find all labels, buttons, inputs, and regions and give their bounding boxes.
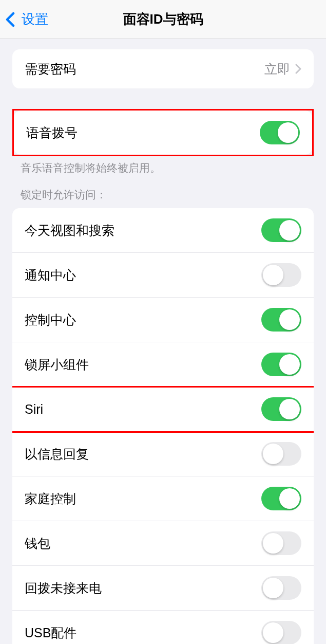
lock-access-toggle[interactable]	[261, 621, 301, 644]
lock-access-label: Siri	[25, 402, 43, 417]
require-passcode-value-text: 立即	[264, 61, 290, 78]
require-passcode-value: 立即	[264, 61, 301, 78]
nav-header: 设置 面容ID与密码	[0, 0, 326, 39]
lock-access-label: 家庭控制	[25, 490, 76, 507]
chevron-left-icon	[5, 12, 15, 27]
lock-access-row: Siri	[12, 387, 314, 432]
back-button[interactable]: 设置	[0, 10, 48, 28]
toggle-knob	[279, 488, 300, 509]
voice-dial-label: 语音拨号	[26, 124, 78, 141]
lock-access-label: 钱包	[25, 535, 50, 552]
lock-access-toggle[interactable]	[261, 442, 301, 466]
toggle-knob	[263, 578, 283, 598]
lock-access-toggle[interactable]	[261, 218, 301, 242]
toggle-knob	[263, 622, 283, 643]
lock-access-section: 今天视图和搜索通知中心控制中心锁屏小组件Siri以信息回复家庭控制钱包回拨未接来…	[12, 208, 314, 644]
toggle-knob	[279, 354, 300, 375]
toggle-knob	[263, 444, 283, 464]
require-passcode-label: 需要密码	[25, 61, 76, 78]
lock-access-toggle[interactable]	[261, 397, 301, 421]
toggle-knob	[278, 122, 298, 143]
lock-access-row: USB配件	[12, 611, 314, 644]
voice-dial-section: 语音拨号	[14, 111, 312, 155]
voice-dial-toggle[interactable]	[260, 121, 300, 144]
lock-access-label: 回拨未接来电	[25, 580, 102, 597]
lock-access-row: 控制中心	[12, 298, 314, 342]
voice-dial-row: 语音拨号	[14, 111, 312, 155]
lock-access-label: 控制中心	[25, 311, 76, 328]
lock-access-row: 以信息回复	[12, 432, 314, 476]
lock-access-label: USB配件	[25, 624, 76, 641]
toggle-knob	[263, 265, 283, 285]
lock-access-toggle[interactable]	[261, 353, 301, 376]
lock-access-row: 家庭控制	[12, 476, 314, 521]
lock-access-toggle[interactable]	[261, 531, 301, 555]
lock-access-toggle[interactable]	[261, 308, 301, 332]
toggle-knob	[263, 533, 283, 554]
lock-access-toggle[interactable]	[261, 487, 301, 510]
siri-highlight-wrapper: Siri	[12, 387, 314, 432]
lock-access-row: 今天视图和搜索	[12, 208, 314, 253]
lock-access-row: 通知中心	[12, 253, 314, 298]
require-passcode-row[interactable]: 需要密码 立即	[12, 49, 314, 88]
lock-access-label: 锁屏小组件	[25, 356, 89, 373]
lock-access-row: 钱包	[12, 521, 314, 566]
back-label: 设置	[22, 10, 48, 28]
lock-access-row: 锁屏小组件	[12, 342, 314, 387]
voice-dial-highlight: 语音拨号	[12, 109, 314, 156]
lock-access-toggle[interactable]	[261, 576, 301, 600]
lock-access-toggle[interactable]	[261, 263, 301, 287]
toggle-knob	[279, 309, 300, 330]
lock-access-row: 回拨未接来电	[12, 566, 314, 611]
require-passcode-section: 需要密码 立即	[12, 49, 314, 88]
lock-access-label: 今天视图和搜索	[25, 222, 114, 239]
content: 需要密码 立即 语音拨号 音乐语音控制将始终被启用。 锁定时允许访问： 今天视图…	[0, 39, 326, 644]
chevron-right-icon	[295, 64, 301, 74]
lock-access-label: 以信息回复	[25, 446, 89, 463]
lock-access-label: 通知中心	[25, 267, 76, 284]
toggle-knob	[279, 220, 300, 241]
lock-access-header: 锁定时允许访问：	[0, 181, 326, 208]
toggle-knob	[279, 399, 300, 419]
page-title: 面容ID与密码	[123, 10, 203, 28]
voice-dial-footer: 音乐语音控制将始终被启用。	[0, 155, 326, 181]
